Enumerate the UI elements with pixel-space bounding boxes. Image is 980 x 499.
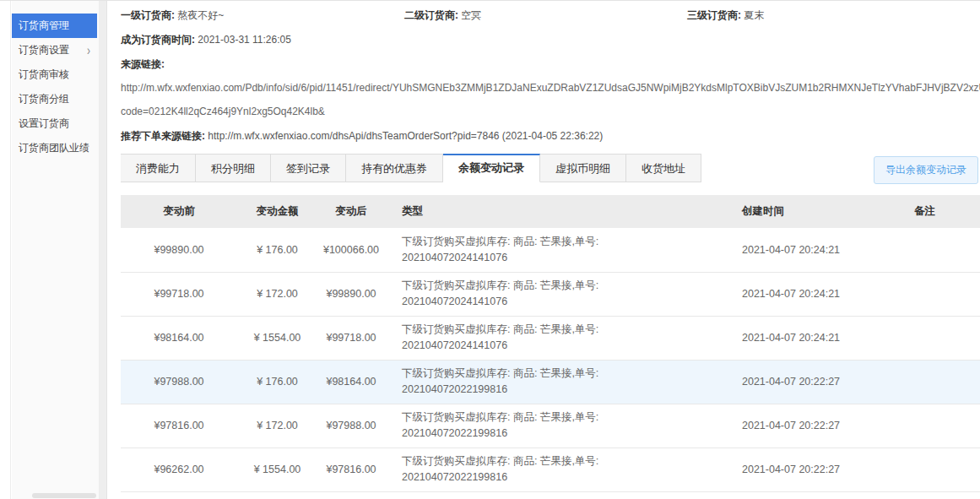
source-link-row: 来源链接: xyxy=(121,57,980,72)
level2-merchant: 二级订货商: 空冥 xyxy=(404,8,687,23)
cell-remark xyxy=(891,404,980,447)
merchant-levels-row: 一级订货商: 熬夜不好~ 二级订货商: 空冥 三级订货商: 夏末 xyxy=(121,8,980,23)
cell-amount: ¥ 1554.00 xyxy=(237,447,317,491)
col-header-remark: 备注 xyxy=(891,195,980,228)
horizontal-scrollbar-thumb[interactable] xyxy=(32,493,96,498)
col-header-before: 变动前 xyxy=(121,195,237,228)
table-row: ¥96262.00 ¥ 1554.00 ¥97816.00 下级订货购买虚拟库存… xyxy=(121,447,980,491)
level1-label: 一级订货商: xyxy=(121,9,175,21)
table-row: ¥99718.00 ¥ 172.00 ¥99890.00 下级订货购买虚拟库存:… xyxy=(121,272,980,316)
tab[interactable]: 虚拟币明细 xyxy=(540,154,626,182)
cell-amount: ¥ 176.00 xyxy=(237,360,317,404)
cell-after: ¥97816.00 xyxy=(317,447,385,491)
tab[interactable]: 消费能力 xyxy=(121,154,196,182)
cell-after: ¥100066.00 xyxy=(317,228,385,272)
sidebar-scrollbar[interactable] xyxy=(99,1,106,499)
sidebar-item-label: 订货商设置 xyxy=(19,43,69,57)
cell-remark xyxy=(891,360,980,404)
level1-merchant: 一级订货商: 熬夜不好~ xyxy=(121,8,404,23)
tab[interactable]: 余额变动记录 xyxy=(443,154,540,182)
cell-remark xyxy=(891,316,980,360)
table-row: ¥96361.00 ¥ 99.00 ¥96262.00 订单付款,单号: 202… xyxy=(121,491,980,499)
cell-amount: ¥ 172.00 xyxy=(237,272,317,316)
cell-after: ¥96262.00 xyxy=(317,491,385,499)
table-row: ¥98164.00 ¥ 1554.00 ¥99718.00 下级订货购买虚拟库存… xyxy=(121,316,980,360)
cell-type: 订单付款,单号: 202104071727515517 xyxy=(385,491,727,499)
source-link-label: 来源链接: xyxy=(121,58,165,70)
level3-label: 三级订货商: xyxy=(687,9,741,21)
col-header-type: 类型 xyxy=(385,195,727,228)
cell-before: ¥96262.00 xyxy=(121,447,237,491)
merchant-info: 一级订货商: 熬夜不好~ 二级订货商: 空冥 三级订货商: 夏末 成为订货商时间… xyxy=(108,1,980,144)
sidebar-item-label: 订货商团队业绩 xyxy=(19,141,89,155)
recommend-link-label: 推荐下单来源链接: xyxy=(121,130,205,142)
cell-type: 下级订货购买虚拟库存: 商品: 芒果接,单号: 2021040720241410… xyxy=(385,228,727,272)
sidebar-item-label: 订货商分组 xyxy=(19,92,69,106)
cell-after: ¥98164.00 xyxy=(317,360,385,404)
balance-change-table: 变动前 变动金额 变动后 类型 创建时间 备注 ¥99890.00 ¥ 176.… xyxy=(121,195,980,499)
tab[interactable]: 持有的优惠券 xyxy=(346,154,443,182)
cell-amount: ¥ 99.00 xyxy=(237,491,317,499)
sidebar-item[interactable]: 订货商审核 › xyxy=(12,62,97,87)
cell-type: 下级订货购买虚拟库存: 商品: 芒果接,单号: 2021040720221998… xyxy=(385,360,727,404)
sidebar-nav: 订货商管理 › 订货商设置 › 订货商审核 › 订货商分组 › xyxy=(12,1,106,160)
cell-before: ¥98164.00 xyxy=(121,316,237,360)
cell-created-time: 2021-04-07 20:22:27 xyxy=(727,404,891,447)
cell-after: ¥97988.00 xyxy=(317,404,385,447)
cell-type: 下级订货购买虚拟库存: 商品: 芒果接,单号: 2021040720221998… xyxy=(385,447,727,491)
col-header-created: 创建时间 xyxy=(727,195,891,228)
table-row: ¥97988.00 ¥ 176.00 ¥98164.00 下级订货购买虚拟库存:… xyxy=(121,360,980,404)
sidebar-item[interactable]: 订货商团队业绩 › xyxy=(12,136,97,160)
sidebar-item-label: 设置订货商 xyxy=(19,117,69,131)
left-strip xyxy=(0,1,11,499)
col-header-amount: 变动金额 xyxy=(237,195,317,228)
chevron-right-icon: › xyxy=(87,42,90,57)
export-balance-records-button[interactable]: 导出余额变动记录 xyxy=(874,156,978,184)
cell-remark xyxy=(891,272,980,316)
sidebar-item-label: 订货商审核 xyxy=(19,68,69,82)
cell-type: 下级订货购买虚拟库存: 商品: 芒果接,单号: 2021040720241410… xyxy=(385,272,727,316)
cell-created-time: 2021-04-07 20:24:21 xyxy=(727,228,891,272)
cell-amount: ¥ 1554.00 xyxy=(237,316,317,360)
table-header: 变动前 变动金额 变动后 类型 创建时间 备注 xyxy=(121,195,980,228)
cell-type: 下级订货购买虚拟库存: 商品: 芒果接,单号: 2021040720241410… xyxy=(385,316,727,360)
level2-value: 空冥 xyxy=(461,9,481,21)
level3-value: 夏末 xyxy=(744,9,764,21)
cell-before: ¥96361.00 xyxy=(121,491,237,499)
level2-label: 二级订货商: xyxy=(404,9,458,21)
page: 订货商管理 › 订货商设置 › 订货商审核 › 订货商分组 › xyxy=(0,0,980,499)
cell-created-time: 2021-04-07 20:22:27 xyxy=(727,360,891,404)
cell-remark xyxy=(891,491,980,499)
tab[interactable]: 签到记录 xyxy=(271,154,346,182)
tabs: 消费能力 积分明细 签到记录 持有的优惠券 余额变动记录 虚拟币明细 收货地址 xyxy=(121,154,701,182)
tab-bar: 消费能力 积分明细 签到记录 持有的优惠券 余额变动记录 虚拟币明细 收货地址 … xyxy=(121,154,980,183)
tab[interactable]: 积分明细 xyxy=(196,154,271,182)
recommend-link-row: 推荐下单来源链接: http://m.wfx.wxfenxiao.com/dhs… xyxy=(121,129,980,144)
cell-created-time: 2021-04-07 20:24:21 xyxy=(727,272,891,316)
recommend-link-value: http://m.wfx.wxfenxiao.com/dhsApi/dhsTea… xyxy=(208,130,603,142)
cell-before: ¥99890.00 xyxy=(121,228,237,272)
source-link-url-continued: code=0212K4ll2qCz464j9Ynl2xg5Oq42K4lb& xyxy=(121,106,980,118)
cell-amount: ¥ 172.00 xyxy=(237,404,317,447)
sidebar-item[interactable]: 订货商管理 › xyxy=(12,14,97,38)
become-time-label: 成为订货商时间: xyxy=(121,34,195,46)
sidebar-item[interactable]: 订货商分组 › xyxy=(12,87,97,111)
tab[interactable]: 收货地址 xyxy=(626,154,701,182)
cell-created-time: 2021-04-07 17:27:51 xyxy=(727,491,891,499)
source-link-url: http://m.wfx.wxfenxiao.com/Pdb/info/sid/… xyxy=(121,82,980,95)
sidebar: 订货商管理 › 订货商设置 › 订货商审核 › 订货商分组 › xyxy=(12,1,107,499)
col-header-after: 变动后 xyxy=(317,195,385,228)
cell-created-time: 2021-04-07 20:24:21 xyxy=(727,316,891,360)
level3-merchant: 三级订货商: 夏末 xyxy=(687,8,764,23)
cell-after: ¥99890.00 xyxy=(317,272,385,316)
sidebar-item[interactable]: 设置订货商 › xyxy=(12,111,97,136)
sidebar-item[interactable]: 订货商设置 › xyxy=(12,38,97,62)
cell-amount: ¥ 176.00 xyxy=(237,228,317,272)
cell-before: ¥99718.00 xyxy=(121,272,237,316)
cell-remark xyxy=(891,447,980,491)
level1-value: 熬夜不好~ xyxy=(177,9,224,21)
table-row: ¥97816.00 ¥ 172.00 ¥97988.00 下级订货购买虚拟库存:… xyxy=(121,404,980,447)
table-body: ¥99890.00 ¥ 176.00 ¥100066.00 下级订货购买虚拟库存… xyxy=(121,228,980,499)
cell-before: ¥97816.00 xyxy=(121,404,237,447)
sidebar-item-label: 订货商管理 xyxy=(19,19,69,33)
